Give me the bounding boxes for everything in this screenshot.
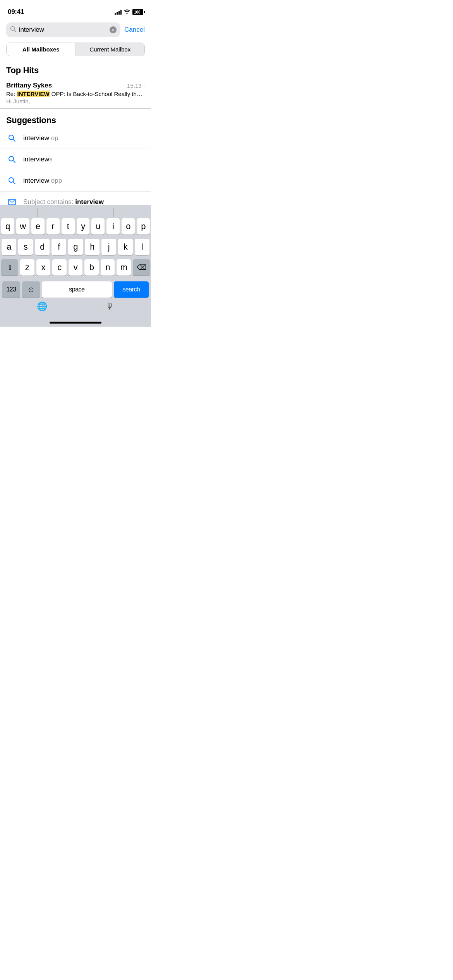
key-s[interactable]: s <box>18 239 33 255</box>
key-p[interactable]: p <box>137 218 150 235</box>
shift-key[interactable]: ⇧ <box>1 259 18 276</box>
battery-icon: 100 <box>132 9 143 15</box>
svg-line-3 <box>13 139 15 141</box>
suggestion-row[interactable]: interview opp <box>0 170 151 192</box>
top-hits-header: Top Hits <box>0 62 151 78</box>
search-input-wrapper[interactable]: interview × <box>6 22 120 37</box>
key-a[interactable]: a <box>2 239 16 255</box>
suggestion-text: interviews <box>23 156 53 163</box>
email-subject: Re: INTERVIEW OPP: Is Back-to-School Rea… <box>6 91 145 97</box>
key-g[interactable]: g <box>68 239 83 255</box>
numeric-key[interactable]: 123 <box>2 281 20 298</box>
cursor-line-left <box>38 208 38 217</box>
keyboard-rows: q w e r t y u i o p a s d f g h j k l ⇧ … <box>0 218 151 298</box>
suggestion-text: interview opp <box>23 177 62 185</box>
chevron-right-icon: › <box>143 83 145 89</box>
keyboard-row-4: 123 ☺ space search <box>1 280 150 298</box>
current-mailbox-tab[interactable]: Current Mailbox <box>76 43 145 56</box>
keyboard-top-bar <box>0 205 151 218</box>
keyboard: q w e r t y u i o p a s d f g h j k l ⇧ … <box>0 205 151 327</box>
cancel-button[interactable]: Cancel <box>124 26 145 34</box>
keyboard-row-1: q w e r t y u i o p <box>1 218 150 235</box>
suggestion-row[interactable]: interview op <box>0 128 151 149</box>
clear-search-button[interactable]: × <box>110 26 117 33</box>
cursor-line-right <box>113 208 113 217</box>
key-z[interactable]: z <box>20 259 34 276</box>
email-header-row: Brittany Sykes 15:13 › <box>6 82 145 89</box>
emoji-key[interactable]: ☺ <box>22 281 40 298</box>
svg-line-5 <box>13 161 15 163</box>
search-input[interactable]: interview <box>19 26 107 34</box>
status-time: 09:41 <box>8 8 24 16</box>
microphone-icon[interactable]: 🎙 <box>106 302 114 312</box>
key-y[interactable]: y <box>77 218 90 235</box>
svg-point-2 <box>9 135 14 140</box>
key-b[interactable]: b <box>84 259 99 276</box>
space-key[interactable]: space <box>42 281 112 298</box>
email-time-row: 15:13 › <box>127 82 145 89</box>
search-suggestion-icon <box>6 175 18 187</box>
email-sender: Brittany Sykes <box>6 82 52 89</box>
key-c[interactable]: c <box>52 259 67 276</box>
key-j[interactable]: j <box>101 239 116 255</box>
keyboard-row-2: a s d f g h j k l <box>1 239 150 255</box>
top-hit-email-row[interactable]: Brittany Sykes 15:13 › Re: INTERVIEW OPP… <box>0 78 151 109</box>
key-k[interactable]: k <box>118 239 133 255</box>
key-d[interactable]: d <box>35 239 50 255</box>
home-indicator <box>50 322 101 324</box>
key-u[interactable]: u <box>91 218 105 235</box>
subject-contains-text: Subject contains: interview <box>23 198 104 206</box>
signal-icon <box>115 10 122 15</box>
suggestion-text: interview op <box>23 134 58 142</box>
key-f[interactable]: f <box>51 239 66 255</box>
delete-key[interactable]: ⌫ <box>133 259 150 276</box>
key-q[interactable]: q <box>1 218 14 235</box>
email-time: 15:13 <box>127 82 142 89</box>
status-icons: 100 <box>115 9 144 15</box>
key-r[interactable]: r <box>46 218 60 235</box>
svg-line-1 <box>14 30 16 32</box>
search-icon <box>10 26 16 34</box>
key-l[interactable]: l <box>135 239 149 255</box>
key-e[interactable]: e <box>31 218 45 235</box>
key-i[interactable]: i <box>106 218 120 235</box>
key-x[interactable]: x <box>36 259 51 276</box>
keyboard-extras: 🌐 🎙 <box>0 298 151 319</box>
key-w[interactable]: w <box>16 218 29 235</box>
wifi-icon <box>124 9 130 15</box>
key-v[interactable]: v <box>69 259 83 276</box>
email-preview: Hi Justin,… <box>6 98 145 105</box>
svg-point-4 <box>9 156 14 161</box>
divider <box>0 109 151 109</box>
suggestion-row[interactable]: interviews <box>0 149 151 170</box>
key-m[interactable]: m <box>117 259 131 276</box>
all-mailboxes-tab[interactable]: All Mailboxes <box>7 43 76 56</box>
search-suggestion-icon <box>6 132 18 144</box>
suggestions-header: Suggestions <box>0 112 151 128</box>
key-n[interactable]: n <box>101 259 115 276</box>
scope-segmented-control[interactable]: All Mailboxes Current Mailbox <box>6 43 145 56</box>
key-h[interactable]: h <box>85 239 100 255</box>
search-suggestion-icon <box>6 154 18 165</box>
search-bar-container: interview × Cancel <box>0 19 151 41</box>
key-o[interactable]: o <box>122 218 135 235</box>
keyboard-row-3: ⇧ z x c v b n m ⌫ <box>1 259 150 276</box>
globe-icon[interactable]: 🌐 <box>37 302 47 312</box>
svg-line-7 <box>13 182 15 184</box>
status-bar: 09:41 100 <box>0 0 151 19</box>
svg-point-6 <box>9 178 14 182</box>
key-t[interactable]: t <box>62 218 75 235</box>
search-return-key[interactable]: search <box>114 281 149 298</box>
